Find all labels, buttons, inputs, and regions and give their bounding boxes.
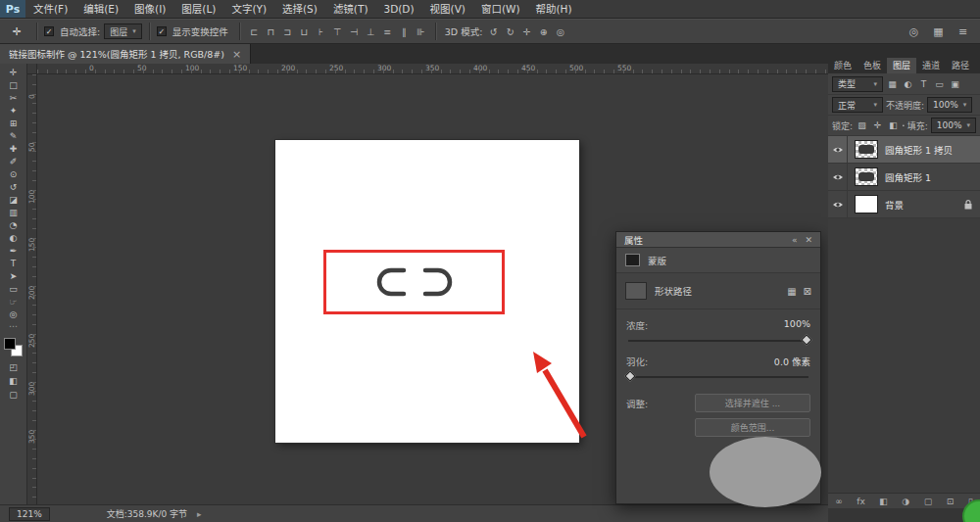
layers-footer-icon[interactable]: ▢ — [924, 497, 933, 506]
3d-mode-icon[interactable]: ⊕ — [536, 26, 551, 37]
tool-icon[interactable]: ▥ — [0, 207, 26, 219]
tool-icon[interactable]: ☞ — [0, 296, 26, 308]
align-icon[interactable]: ⊦ — [314, 26, 328, 37]
density-value[interactable]: 100% — [784, 318, 810, 332]
screen-mode-icon[interactable]: ◰ — [0, 360, 26, 374]
3d-mode-icon[interactable]: ✛ — [519, 26, 534, 37]
3d-mode-icon[interactable]: ↻ — [503, 26, 517, 37]
tool-icon[interactable]: ⊙ — [0, 168, 26, 181]
tab-channels[interactable]: 通道 — [916, 58, 946, 73]
zoom-level-field[interactable]: 121% — [9, 507, 50, 521]
menu-item[interactable]: 编辑(E) — [75, 0, 126, 18]
filter-type-icon[interactable]: ◐ — [902, 79, 914, 89]
tool-icon[interactable]: ↺ — [0, 181, 26, 194]
filter-type-icon[interactable]: ▣ — [949, 79, 961, 89]
tool-icon[interactable]: ✚ — [0, 143, 26, 156]
feather-knob[interactable] — [624, 370, 635, 381]
visibility-toggle[interactable] — [828, 136, 848, 163]
path-action-icon[interactable]: ⊠ — [804, 286, 811, 297]
align-icon[interactable]: ≡ — [380, 26, 395, 37]
filter-type-icon[interactable]: ▭ — [933, 79, 946, 89]
layer-thumbnail[interactable] — [855, 195, 878, 214]
status-chevron-icon[interactable]: ▸ — [197, 509, 202, 519]
properties-header[interactable]: 属性 « ✕ — [616, 232, 820, 248]
more-tools-icon[interactable]: ⋯ — [9, 321, 18, 333]
layers-footer-icon[interactable]: ◑ — [902, 497, 909, 506]
tool-icon[interactable]: ✛ — [0, 67, 26, 79]
visibility-toggle[interactable] — [828, 164, 848, 190]
menu-item[interactable]: 文字(Y) — [223, 0, 274, 18]
tool-icon[interactable]: ⊞ — [0, 118, 26, 130]
tool-icon[interactable]: ◎ — [0, 308, 26, 321]
layers-footer-icon[interactable]: ∞ — [835, 497, 843, 506]
density-slider[interactable] — [628, 340, 808, 342]
align-icon[interactable]: ⊓ — [264, 26, 278, 37]
align-icon[interactable]: ∥ — [397, 26, 412, 37]
align-icon[interactable]: ⊏ — [247, 26, 262, 37]
auto-select-scope-dropdown[interactable]: 图层 ▾ — [104, 24, 142, 39]
feather-slider[interactable] — [628, 376, 808, 378]
menu-item[interactable]: 图像(I) — [126, 0, 173, 18]
tool-icon[interactable]: ◐ — [0, 232, 26, 245]
layers-footer-icon[interactable]: fx — [857, 497, 865, 506]
tool-icon[interactable]: ✎ — [0, 130, 26, 143]
move-tool-icon[interactable]: ✛ — [4, 25, 29, 38]
align-icon[interactable]: ⊥ — [364, 26, 378, 37]
menu-item[interactable]: 3D(D) — [375, 0, 421, 18]
document-tab[interactable]: 链接图标制作 @ 121%(圆角矩形 1 拷贝, RGB/8#) × — [0, 44, 251, 64]
filter-type-icon[interactable]: T — [917, 79, 930, 89]
tool-icon[interactable]: ◔ — [0, 219, 26, 232]
layer-name[interactable]: 背景 — [885, 198, 904, 212]
layer-row[interactable]: 圆角矩形 1 拷贝 — [828, 136, 980, 164]
tab-paths[interactable]: 路径 — [946, 58, 975, 73]
tool-icon[interactable]: ✒ — [0, 245, 26, 258]
document-canvas[interactable] — [275, 140, 579, 443]
layer-row[interactable]: 圆角矩形 1 — [828, 164, 980, 191]
workspace-icon[interactable]: ▦ — [931, 25, 946, 38]
layer-thumbnail[interactable] — [855, 140, 878, 159]
align-icon[interactable]: ⊪ — [414, 26, 428, 37]
layers-footer-icon[interactable]: ◧ — [879, 497, 888, 506]
align-icon[interactable]: ⊐ — [280, 26, 295, 37]
layer-name[interactable]: 圆角矩形 1 拷贝 — [885, 143, 953, 157]
layer-row[interactable]: 背景 — [828, 191, 980, 218]
tab-color[interactable]: 颜色 — [828, 58, 858, 73]
density-knob[interactable] — [801, 334, 811, 345]
show-transform-checkbox[interactable]: ✓ — [157, 26, 167, 36]
filter-type-icon[interactable]: ▦ — [886, 79, 899, 89]
menu-item[interactable]: 文件(F) — [25, 0, 75, 18]
3d-mode-icon[interactable]: ↺ — [486, 26, 501, 37]
layer-name[interactable]: 圆角矩形 1 — [885, 170, 931, 184]
menu-item[interactable]: 选择(S) — [274, 0, 325, 18]
tool-icon[interactable]: T — [0, 258, 26, 270]
tool-icon[interactable]: ▭ — [0, 283, 26, 296]
align-icon[interactable]: ⊔ — [297, 26, 312, 37]
auto-select-checkbox[interactable]: ✓ — [44, 26, 54, 36]
blend-mode-dropdown[interactable]: 正常 ▾ — [832, 97, 883, 113]
collapse-icon[interactable]: « — [792, 235, 798, 245]
menu-item[interactable]: 滤镜(T) — [325, 0, 376, 18]
screen-mode-icon[interactable]: ▢ — [0, 388, 26, 402]
tool-icon[interactable]: ✂ — [0, 92, 26, 105]
tab-layers[interactable]: 图层 — [887, 58, 916, 73]
layer-filter-dropdown[interactable]: 类型 ▾ — [832, 76, 883, 92]
lock-option-icon[interactable]: ▨ — [856, 120, 868, 130]
lock-option-icon[interactable]: ✛ — [871, 120, 884, 130]
close-tab-icon[interactable]: × — [232, 48, 241, 61]
tool-icon[interactable]: ✐ — [0, 156, 26, 168]
visibility-toggle[interactable] — [828, 191, 848, 217]
tool-icon[interactable]: □ — [0, 79, 26, 92]
layer-thumbnail[interactable] — [855, 167, 878, 186]
select-and-mask-button[interactable]: 选择并遮住 ... — [695, 394, 810, 412]
tool-icon[interactable]: ✦ — [0, 105, 26, 118]
color-range-button[interactable]: 颜色范围... — [695, 418, 810, 437]
layers-footer-icon[interactable]: ⊡ — [947, 497, 955, 506]
tab-swatches[interactable]: 色板 — [858, 58, 887, 73]
align-icon[interactable]: ⊣ — [347, 26, 362, 37]
lock-option-icon[interactable]: ◧ — [887, 120, 900, 130]
screen-mode-icon[interactable]: ◧ — [0, 374, 26, 388]
feather-value[interactable]: 0.0 像素 — [774, 355, 810, 368]
menu-item[interactable]: 图层(L) — [173, 0, 223, 18]
tool-icon[interactable]: ◪ — [0, 194, 26, 207]
close-icon[interactable]: ✕ — [805, 235, 812, 245]
